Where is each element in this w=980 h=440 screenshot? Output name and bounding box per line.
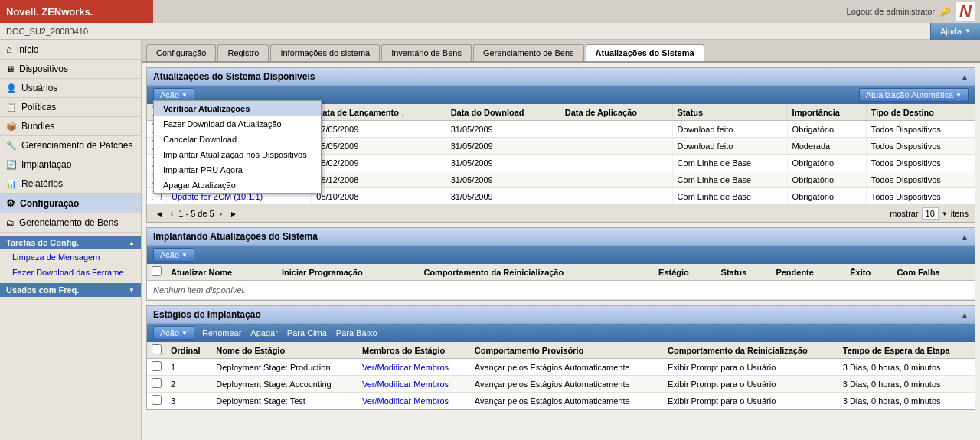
sidebar: ⌂ Início 🖥 Dispositivos 👤 Usuários 📋 Pol… xyxy=(0,40,142,440)
section1-collapse-icon[interactable]: ▲ xyxy=(961,73,969,81)
logo: Novell. ZENworks. xyxy=(0,6,93,18)
policies-icon: 📋 xyxy=(6,103,17,112)
tarefas-item-2[interactable]: Fazer Download das Ferrame xyxy=(0,265,141,280)
tarefas-label: Tarefas de Config. xyxy=(6,238,79,247)
subheader-title: DOC_SU2_20080410 xyxy=(0,27,88,36)
tab-informacoes[interactable]: Informações do sistema xyxy=(270,44,380,61)
logout-text: Logout de administrator xyxy=(847,7,936,16)
para-cima-label: Para Cima xyxy=(287,328,327,337)
col-release-date[interactable]: Data de Lançamento ↓ xyxy=(312,104,446,121)
tarefas-collapse-icon: ▲ xyxy=(129,240,135,246)
show-count: 10 xyxy=(922,207,939,220)
stage1-members-link[interactable]: Ver/Modificar Membros xyxy=(362,363,449,372)
usados-section-header[interactable]: Usados com Freq. ▼ xyxy=(0,283,141,297)
show-label: mostrar xyxy=(890,209,918,218)
next-page-icon[interactable]: ► xyxy=(227,209,240,219)
stage3-members-link[interactable]: Ver/Modificar Membros xyxy=(362,396,449,406)
sidebar-label-relatorios: Relatórios xyxy=(21,178,63,189)
sidebar-item-implantacao[interactable]: 🔄 Implantação xyxy=(0,155,141,174)
dropdown-item-apagar[interactable]: Apagar Atualização xyxy=(154,178,321,193)
stage2-check[interactable] xyxy=(152,378,162,388)
prev-icon[interactable]: ‹ xyxy=(168,209,175,219)
dropdown-item-cancelar[interactable]: Cancelar Download xyxy=(154,132,321,147)
dropdown-item-pru[interactable]: Implantar PRU Agora xyxy=(154,162,321,178)
section1-pagination: ◄ ‹ 1 - 5 de 5 › ► mostrar 10 ▼ itens xyxy=(147,205,975,222)
header: Novell. ZENworks. Logout de administrato… xyxy=(0,0,980,23)
section3-toolbar: Ação ▼ Renomear Apagar Para Cima Para Ba… xyxy=(147,324,975,342)
stages-col-name: Nome do Estágio xyxy=(211,342,358,359)
stage3-members: Ver/Modificar Membros xyxy=(358,393,470,409)
section3-title: Estágios de Implantação xyxy=(153,309,261,320)
sidebar-item-politicas[interactable]: 📋 Políticas xyxy=(0,98,141,117)
sidebar-item-relatorios[interactable]: 📊 Relatórios xyxy=(0,174,141,194)
no-items-text: Nenhum item disponível. xyxy=(153,285,246,295)
sidebar-item-usuarios[interactable]: 👤 Usuários xyxy=(0,79,141,98)
para-cima-button[interactable]: Para Cima xyxy=(286,327,328,339)
ajuda-button[interactable]: Ajuda ▼ xyxy=(930,23,980,40)
implanting-select-all[interactable] xyxy=(152,266,162,276)
renomear-button[interactable]: Renomear xyxy=(201,327,243,339)
acao-button-2[interactable]: Ação ▼ xyxy=(153,248,194,262)
deploy-icon: 🔄 xyxy=(6,160,17,170)
acao-chevron-icon: ▼ xyxy=(181,92,188,99)
sidebar-item-inicio[interactable]: ⌂ Início xyxy=(0,40,141,60)
tab-inventario[interactable]: Inventário de Bens xyxy=(381,44,472,61)
tarefas-link-2[interactable]: Fazer Download das Ferrame xyxy=(12,268,124,277)
row5-status: Com Linha de Base xyxy=(672,188,787,205)
auto-update-button[interactable]: Atualização Automática ▼ xyxy=(859,88,969,102)
section2-collapse-icon[interactable]: ▲ xyxy=(961,233,969,241)
novell-n-logo: N xyxy=(956,1,975,22)
col-dest-type: Tipo de Destino xyxy=(866,104,975,121)
tab-bar: Configuração Registro Informações do sis… xyxy=(142,40,980,63)
no-items-row: Nenhum item disponível. xyxy=(147,281,975,300)
implanting-col-failure: Com Falha xyxy=(893,264,975,281)
row3-importance: Obrigatório xyxy=(787,155,866,171)
stage1-check[interactable] xyxy=(152,361,162,371)
prev-page-icon[interactable]: ◄ xyxy=(153,209,165,219)
content-area: Configuração Registro Informações do sis… xyxy=(142,40,980,440)
sidebar-item-patches[interactable]: 🔧 Gerenciamento de Patches xyxy=(0,136,141,155)
sidebar-item-configuracao[interactable]: ⚙ Configuração xyxy=(0,194,141,213)
implanting-col-stage: Estágio xyxy=(654,264,716,281)
tarefas-section-header[interactable]: Tarefas de Config. ▲ xyxy=(0,236,141,249)
row3-dest: Todos Dispositivos xyxy=(866,155,975,171)
sidebar-label-politicas: Políticas xyxy=(21,102,56,112)
sidebar-label-dispositivos: Dispositivos xyxy=(19,64,68,74)
stage1-members: Ver/Modificar Membros xyxy=(358,359,470,376)
section3-collapse-icon[interactable]: ▲ xyxy=(961,311,969,319)
acao-button-3[interactable]: Ação ▼ xyxy=(153,326,194,340)
dropdown-item-implantar[interactable]: Implantar Atualização nos Dispositivos xyxy=(154,147,321,162)
stages-col-wait: Tempo de Espera da Etapa xyxy=(838,342,975,359)
logout-icon: 🔑 xyxy=(939,6,951,17)
dropdown-item-verificar[interactable]: Verificar Atualizações xyxy=(154,101,321,116)
section-stages: Estágios de Implantação ▲ Ação ▼ Renomea… xyxy=(146,305,975,410)
stage3-check[interactable] xyxy=(152,395,162,405)
stage2-members-link[interactable]: Ver/Modificar Membros xyxy=(362,380,449,389)
ajuda-chevron-icon: ▼ xyxy=(965,28,971,34)
para-baixo-button[interactable]: Para Baixo xyxy=(335,327,379,339)
sidebar-item-bundles[interactable]: 📦 Bundles xyxy=(0,117,141,136)
stage3-checkbox xyxy=(147,393,166,409)
section-implanting: Implantando Atualizações do Sistema ▲ Aç… xyxy=(146,227,975,301)
implanting-table: Atualizar Nome Iniciar Programação Compo… xyxy=(147,264,975,300)
config-icon: ⚙ xyxy=(6,197,15,209)
implanting-col-pending: Pendente xyxy=(771,264,845,281)
stage3-wait: 3 Dias, 0 horas, 0 minutos xyxy=(838,393,975,409)
stage2-name: Deployment Stage: Accounting xyxy=(211,376,358,393)
para-baixo-label: Para Baixo xyxy=(336,328,377,337)
tarefas-link-1[interactable]: Limpeza de Mensagem xyxy=(12,253,100,262)
stages-select-all[interactable] xyxy=(152,344,162,354)
row2-status: Download feito xyxy=(672,138,787,155)
sidebar-item-dispositivos[interactable]: 🖥 Dispositivos xyxy=(0,60,141,79)
tab-configuracao[interactable]: Configuração xyxy=(146,44,216,61)
next-icon[interactable]: › xyxy=(217,209,224,219)
section2-title: Implantando Atualizações do Sistema xyxy=(153,231,318,242)
dropdown-item-download[interactable]: Fazer Download da Atualização xyxy=(154,116,321,132)
apagar-button[interactable]: Apagar xyxy=(249,327,279,339)
tab-atualizacoes[interactable]: Atualizações do Sistema xyxy=(586,44,704,61)
tarefas-item-1[interactable]: Limpeza de Mensagem xyxy=(0,249,141,265)
tab-registro[interactable]: Registro xyxy=(217,44,269,61)
bundles-icon: 📦 xyxy=(6,122,17,132)
tab-gerenciamento-bens[interactable]: Gerenciamento de Bens xyxy=(473,44,584,61)
sidebar-item-gerenciamento[interactable]: 🗂 Gerenciamento de Bens xyxy=(0,213,141,233)
